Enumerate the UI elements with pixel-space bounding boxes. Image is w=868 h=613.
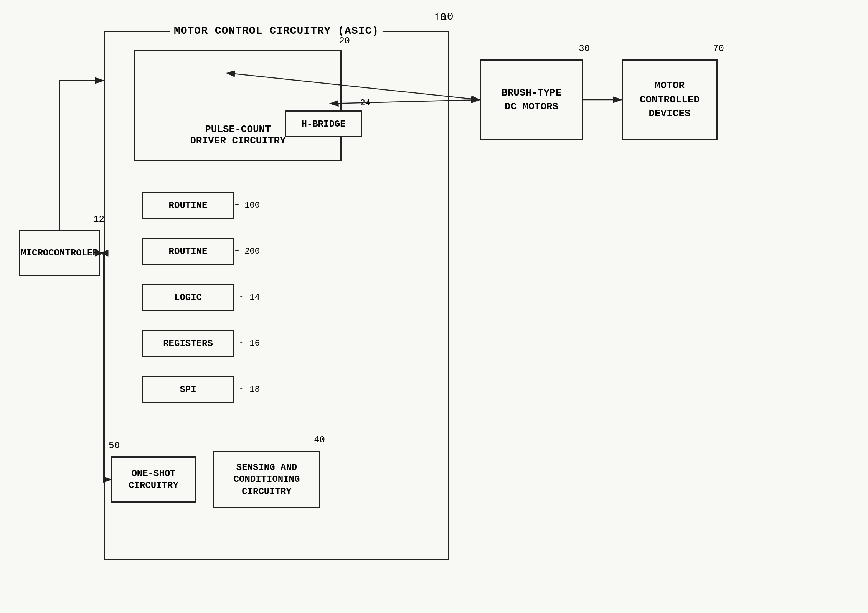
logic-box: LOGIC ~ 14 [142, 284, 234, 311]
spi-label: SPI [180, 384, 196, 395]
sensing-number: 40 [314, 435, 325, 445]
routine2-label: ROUTINE [169, 246, 208, 257]
routine1-label: ROUTINE [169, 200, 208, 211]
hbridge-label: H-BRIDGE [301, 119, 345, 129]
asic-number: 10 [441, 11, 868, 23]
sensing-box: 40 SENSING ANDCONDITIONINGCIRCUITRY [213, 451, 320, 508]
motor-label: MOTORCONTROLLEDDEVICES [640, 79, 700, 120]
routine2-number: ~ 200 [234, 247, 260, 256]
hbridge-number: 24 [360, 98, 370, 108]
brush-motors-box: 30 BRUSH-TYPEDC MOTORS [480, 59, 583, 140]
spi-number: ~ 18 [239, 385, 260, 394]
micro-label: MICROCONTROLER [21, 247, 98, 259]
registers-number: ~ 16 [239, 339, 260, 348]
sensing-label: SENSING ANDCONDITIONINGCIRCUITRY [234, 461, 300, 498]
oneshot-label: ONE-SHOTCIRCUITRY [129, 468, 178, 491]
asic-title: MOTOR CONTROL CIRCUITRY (ASIC) [170, 25, 383, 37]
registers-box: REGISTERS ~ 16 [142, 330, 234, 357]
routine2-box: ROUTINE ~ 200 [142, 238, 234, 265]
brush-label: BRUSH-TYPEDC MOTORS [502, 86, 561, 114]
diagram-container: MOTOR CONTROL CIRCUITRY (ASIC) 10 12 MIC… [0, 0, 868, 613]
oneshot-number: 50 [109, 440, 120, 451]
pulse-driver-box: 20 24 H-BRIDGE PULSE-COUNTDRIVER CIRCUIT… [134, 50, 342, 161]
spi-box: SPI ~ 18 [142, 376, 234, 403]
brush-number: 30 [579, 43, 590, 54]
motor-devices-box: 70 MOTORCONTROLLEDDEVICES [622, 59, 718, 140]
motor-number: 70 [713, 43, 724, 54]
routine1-number: ~ 100 [234, 201, 260, 210]
routine1-box: ROUTINE ~ 100 [142, 192, 234, 219]
registers-label: REGISTERS [163, 338, 213, 349]
pulse-number: 20 [339, 36, 350, 46]
hbridge-box: 24 H-BRIDGE [285, 110, 362, 137]
microcontroller-box: 12 MICROCONTROLER [19, 230, 100, 276]
micro-number: 12 [93, 214, 104, 224]
logic-label: LOGIC [174, 292, 202, 303]
logic-number: ~ 14 [239, 293, 260, 302]
reference-10: 10 [434, 12, 447, 23]
oneshot-box: 50 ONE-SHOTCIRCUITRY [111, 456, 196, 503]
pulse-text: PULSE-COUNTDRIVER CIRCUITRY [190, 124, 286, 147]
